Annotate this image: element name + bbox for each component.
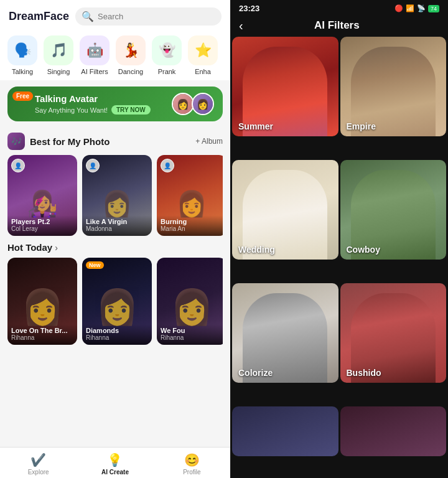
figure-2: 👩 <box>101 189 133 218</box>
hot-title-3: We Fou <box>161 327 223 334</box>
nav-explore[interactable]: ✔️ Explore <box>0 452 77 476</box>
talking-avatar-banner[interactable]: Free Talking Avatar Say Anything You Wan… <box>7 87 223 121</box>
filter-summer[interactable]: Summer <box>232 37 338 136</box>
search-bar[interactable]: 🔍 <box>75 7 222 26</box>
mini-avatar-3: 👤 <box>161 159 174 172</box>
hot-title: Hot Today <box>7 242 52 253</box>
search-icon: 🔍 <box>82 11 94 22</box>
best-for-my-photo-section: 🎶 Best for My Photo + Album 👩‍🎤 👤 Player… <box>0 128 230 238</box>
record-icon: 🔴 <box>394 4 403 12</box>
hot-figure-3: 👩 <box>170 287 213 327</box>
filter-partial-2[interactable] <box>340 406 447 456</box>
hot-title-1: Love On The Br... <box>11 327 73 334</box>
banner-avatar-2: 👩 <box>192 93 214 115</box>
hot-artist-2: Rihanna <box>86 334 148 341</box>
avatar-img-1: 👩 <box>173 94 193 114</box>
filter-partial-1[interactable] <box>232 406 338 456</box>
banner-title: Talking Avatar <box>35 93 151 104</box>
music-card-virgin[interactable]: 👩 👤 Like A Virgin Madonna <box>82 155 152 236</box>
ai-filters-header: ‹ AI Filters <box>230 16 448 37</box>
category-prank[interactable]: 👻 Prank <box>151 35 183 75</box>
mini-avatar-1: 👤 <box>11 159 25 172</box>
prank-icon: 👻 <box>152 35 182 65</box>
search-input[interactable] <box>98 12 215 21</box>
status-time: 23:23 <box>239 4 259 13</box>
hot-figure-2: 👩 <box>96 287 139 327</box>
phone-status-bar: 23:23 🔴 📶 📡 74 <box>230 0 448 16</box>
card-overlay-3: Burning Maria An <box>157 215 223 236</box>
battery-indicator: 74 <box>428 5 439 12</box>
hot-today-section: Hot Today › 👩 Love On The Br... Rihanna <box>0 238 230 347</box>
figure-1: 👩‍🎤 <box>27 189 58 218</box>
partial-bg-2 <box>340 406 447 456</box>
colorize-label: Colorize <box>238 368 273 378</box>
explore-icon: ✔️ <box>30 452 46 467</box>
back-button[interactable]: ‹ <box>239 19 243 32</box>
signal-icon: 📡 <box>417 4 426 12</box>
nav-ai-create-label: AI Create <box>101 469 129 476</box>
hot-overlay-3: We Fou Rihanna <box>157 324 223 345</box>
hot-title-2: Diamonds <box>86 327 148 334</box>
filter-cowboy[interactable]: Cowboy <box>340 160 447 260</box>
partial-bg-1 <box>232 406 338 456</box>
hot-card-wefou[interactable]: 👩 We Fou Rihanna <box>157 258 223 345</box>
nav-explore-label: Explore <box>28 469 49 476</box>
filters-grid: Summer Empire Wedding <box>230 37 448 478</box>
wifi-icon: 📶 <box>406 4 414 12</box>
music-card-players[interactable]: 👩‍🎤 👤 Players Pt.2 Col Leray <box>7 155 77 236</box>
app-logo: DreamFace <box>9 10 69 23</box>
ai-filters-icon: 🤖 <box>80 35 110 65</box>
bushido-label: Bushido <box>347 368 381 378</box>
hot-card-diamonds[interactable]: 👩 New Diamonds Rihanna <box>82 258 152 345</box>
try-now-button[interactable]: TRY NOW <box>111 105 151 115</box>
bottom-nav: ✔️ Explore 💡 AI Create 😊 Profile <box>0 447 230 478</box>
ai-filters-title: AI Filters <box>250 19 424 32</box>
ai-create-icon: 💡 <box>107 452 123 467</box>
nav-profile[interactable]: 😊 Profile <box>154 452 230 476</box>
card-title-2: Like A Virgin <box>86 218 148 225</box>
hot-arrow-icon[interactable]: › <box>55 243 58 253</box>
singing-icon: 🎵 <box>44 35 73 65</box>
music-card-burning[interactable]: 👩 👤 Burning Maria An <box>157 155 223 236</box>
category-ai-filters[interactable]: 🤖 AI Filters <box>78 35 111 75</box>
hot-figure-1: 👩 <box>21 287 64 327</box>
card-overlay-1: Players Pt.2 Col Leray <box>7 215 77 236</box>
nav-profile-label: Profile <box>183 469 200 476</box>
hot-cards-row: 👩 Love On The Br... Rihanna 👩 New Diamon… <box>7 258 223 345</box>
hot-artist-1: Rihanna <box>11 334 73 341</box>
banner-avatar-1: 👩 <box>172 93 194 115</box>
category-singing-label: Singing <box>47 68 70 75</box>
status-icons: 🔴 📶 📡 74 <box>394 4 439 12</box>
filter-colorize[interactable]: Colorize <box>232 283 338 383</box>
dancing-icon: 💃 <box>116 35 146 65</box>
best-cards-row: 👩‍🎤 👤 Players Pt.2 Col Leray 👩 👤 Lik <box>7 155 223 236</box>
banner-text: Talking Avatar Say Anything You Want! TR… <box>35 93 151 115</box>
filter-bushido[interactable]: Bushido <box>340 283 447 383</box>
nav-ai-create[interactable]: 💡 AI Create <box>77 452 153 476</box>
cowboy-label: Cowboy <box>347 245 380 255</box>
empire-label: Empire <box>347 121 376 131</box>
section-header: 🎶 Best for My Photo + Album <box>7 133 223 150</box>
category-prank-label: Prank <box>158 68 176 75</box>
category-enhance[interactable]: ⭐ Enha <box>187 35 219 75</box>
filter-wedding[interactable]: Wedding <box>232 160 338 260</box>
category-singing[interactable]: 🎵 Singing <box>42 35 75 75</box>
summer-label: Summer <box>238 121 273 131</box>
right-panel: 23:23 🔴 📶 📡 74 ‹ AI Filters Summer <box>230 0 448 478</box>
category-talking-label: Talking <box>12 68 33 75</box>
hot-header: Hot Today › <box>7 242 223 253</box>
category-dancing-label: Dancing <box>118 68 143 75</box>
filter-empire[interactable]: Empire <box>340 37 447 136</box>
banner-avatars: 👩 👩 <box>172 93 214 115</box>
card-artist-3: Maria An <box>161 225 223 232</box>
section-thumb: 🎶 <box>7 133 25 150</box>
avatar-img-2: 👩 <box>193 94 213 114</box>
app-header: DreamFace 🔍 <box>0 0 230 30</box>
figure-3: 👩 <box>176 189 207 218</box>
album-button[interactable]: + Album <box>195 137 223 146</box>
category-dancing[interactable]: 💃 Dancing <box>114 35 147 75</box>
banner-subtitle: Say Anything You Want! <box>35 106 108 114</box>
category-talking[interactable]: 🗣️ Talking <box>6 35 39 75</box>
hot-card-love[interactable]: 👩 Love On The Br... Rihanna <box>7 258 77 345</box>
card-title-3: Burning <box>161 218 223 225</box>
